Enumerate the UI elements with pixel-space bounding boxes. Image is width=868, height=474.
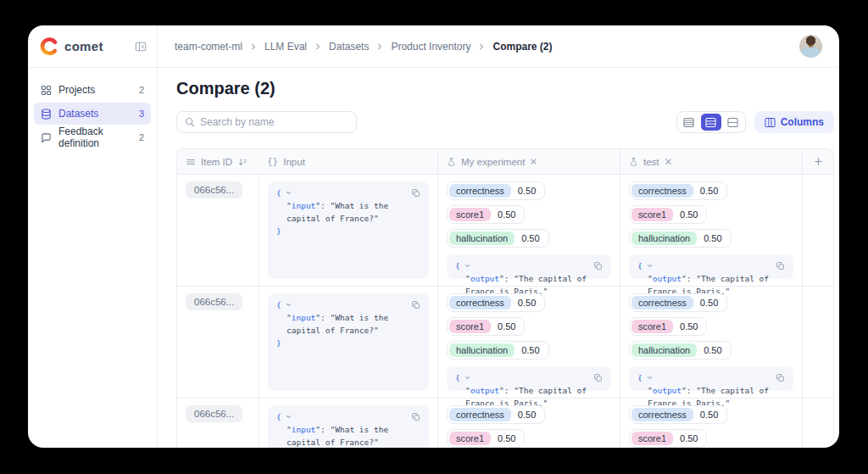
search-box[interactable] (176, 111, 357, 133)
top-bar: comet team-comet-ml LLM Eval Datasets Pr… (28, 25, 839, 68)
score-badges: correctness 0.50 score1 0.50 hallucinati… (447, 293, 611, 360)
copy-icon[interactable] (776, 261, 785, 270)
row-height-large-button[interactable] (723, 114, 743, 131)
json-code-block[interactable]: { "output": "The capital of France is Pa… (629, 254, 793, 279)
columns-button[interactable]: Columns (754, 111, 834, 133)
score-value: 0.50 (704, 233, 728, 243)
score-value: 0.50 (498, 321, 522, 332)
row-height-small-button[interactable] (679, 114, 699, 131)
json-code-block[interactable]: { "input": "What is the capital of Franc… (268, 181, 429, 279)
copy-icon[interactable] (593, 373, 603, 382)
breadcrumb-item[interactable]: Datasets (329, 41, 369, 53)
experiment-cell: correctness 0.50 score1 0.50 hallucinati… (620, 287, 802, 398)
score-value: 0.50 (700, 186, 725, 196)
score-badge: correctness 0.50 (629, 405, 727, 424)
input-cell: { "input": "What is the capital of Franc… (259, 287, 437, 398)
column-header-item-id[interactable]: Item ID (177, 149, 259, 174)
compare-table: Item ID {} Input My experiment tes (176, 148, 834, 448)
sidebar-item-label: Datasets (58, 108, 98, 120)
score-value: 0.50 (680, 209, 704, 220)
item-id-pill: 066c56... (186, 181, 242, 198)
sidebar-item-feedback-definition[interactable]: Feedback definition 2 (34, 126, 151, 148)
chevron-down-icon[interactable] (646, 374, 654, 382)
database-icon (41, 109, 52, 120)
score-name: score1 (449, 432, 491, 445)
copy-icon[interactable] (411, 300, 420, 309)
chevron-down-icon[interactable] (285, 301, 292, 309)
score-badge: hallucination 0.50 (447, 341, 549, 360)
experiment-cell: correctness 0.50 score1 0.50 hallucinati… (620, 399, 802, 448)
user-avatar[interactable] (799, 35, 822, 58)
score-value: 0.50 (518, 186, 542, 196)
empty-cell (802, 175, 833, 286)
item-id-cell: 066c56... (177, 287, 259, 398)
json-code-block[interactable]: { "output": "The capital of France is Pa… (447, 366, 611, 391)
experiment-cell: correctness 0.50 score1 0.50 hallucinati… (437, 175, 620, 286)
copy-icon[interactable] (593, 261, 603, 270)
json-code-block[interactable]: { "output": "The capital of France is Pa… (629, 366, 793, 391)
json-code-block[interactable]: { "input": "What is the capital of Franc… (268, 293, 429, 391)
score-badge: hallucination 0.50 (629, 229, 732, 248)
empty-cell (802, 399, 833, 448)
chevron-right-icon (478, 43, 485, 50)
score-badges: correctness 0.50 score1 0.50 hallucinati… (629, 181, 793, 248)
table-row[interactable]: 066c56... { "input": "What is the capita… (177, 175, 833, 287)
sidebar-item-datasets[interactable]: Datasets 3 (34, 103, 151, 125)
score-name: score1 (632, 208, 673, 221)
row-height-medium-button[interactable] (701, 114, 721, 131)
score-value: 0.50 (498, 209, 522, 220)
flask-icon (629, 157, 638, 167)
score-name: hallucination (449, 343, 515, 357)
copy-icon[interactable] (411, 412, 420, 421)
score-badge: score1 0.50 (447, 429, 525, 448)
add-column-button[interactable] (802, 149, 833, 174)
search-input[interactable] (200, 116, 348, 128)
score-name: correctness (632, 408, 693, 421)
column-header-test[interactable]: test (620, 149, 802, 174)
score-badge: correctness 0.50 (447, 293, 545, 312)
score-value: 0.50 (521, 233, 546, 243)
close-icon[interactable] (530, 158, 537, 165)
breadcrumb-item[interactable]: Product Inventory (391, 41, 470, 53)
score-value: 0.50 (680, 321, 704, 332)
score-name: hallucination (632, 231, 697, 245)
input-cell: { "input": "What is the capital of Franc… (259, 399, 437, 448)
json-code-block[interactable]: { "output": "The capital of France is Pa… (447, 254, 611, 279)
json-code-block[interactable]: { "input": "What is the capital of Franc… (268, 405, 429, 448)
close-icon[interactable] (665, 158, 672, 165)
column-label: Item ID (201, 157, 232, 167)
score-badge: score1 0.50 (629, 205, 707, 224)
sidebar-item-projects[interactable]: Projects 2 (34, 79, 151, 101)
copy-icon[interactable] (776, 373, 785, 382)
chat-bubble-icon (41, 132, 52, 143)
sidebar-item-label: Feedback definition (58, 125, 132, 149)
chevron-down-icon[interactable] (464, 262, 471, 270)
breadcrumb-item[interactable]: team-comet-ml (175, 41, 242, 53)
table-row[interactable]: 066c56... { "input": "What is the capita… (177, 287, 833, 399)
logo-text: comet (64, 39, 129, 53)
flask-icon (447, 157, 456, 167)
chevron-right-icon (376, 43, 383, 50)
score-value: 0.50 (521, 345, 546, 355)
chevron-down-icon[interactable] (646, 262, 654, 270)
column-header-my-experiment[interactable]: My experiment (437, 149, 620, 174)
score-value: 0.50 (700, 410, 725, 420)
menu-icon (186, 157, 196, 167)
chevron-down-icon[interactable] (464, 374, 471, 382)
sort-icon[interactable] (237, 157, 248, 167)
columns-button-label: Columns (781, 116, 824, 128)
input-cell: { "input": "What is the capital of Franc… (259, 175, 437, 286)
score-name: correctness (449, 184, 511, 198)
chevron-down-icon[interactable] (285, 189, 292, 197)
collapse-sidebar-icon[interactable] (135, 41, 147, 53)
breadcrumb-item[interactable]: LLM Eval (264, 41, 307, 53)
column-header-input[interactable]: {} Input (259, 149, 437, 174)
comet-logo-icon (40, 37, 58, 56)
copy-icon[interactable] (411, 188, 420, 198)
chevron-down-icon[interactable] (285, 413, 292, 421)
table-row[interactable]: 066c56... { "input": "What is the capita… (177, 399, 833, 448)
score-name: correctness (632, 296, 693, 309)
score-name: correctness (632, 184, 693, 198)
score-name: correctness (449, 296, 511, 309)
table-header: Item ID {} Input My experiment tes (177, 149, 833, 175)
